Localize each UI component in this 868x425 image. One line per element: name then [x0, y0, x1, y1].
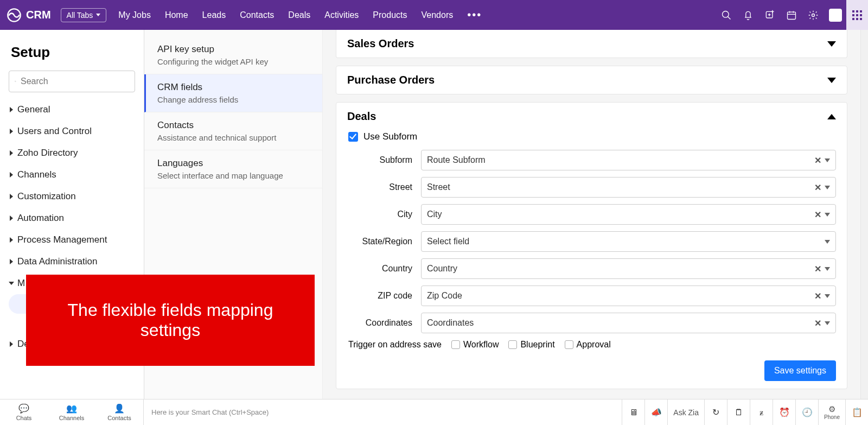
subnav-contacts[interactable]: Contacts Assistance and technical suppor…	[144, 112, 322, 150]
subnav-crm-fields[interactable]: CRM fields Change address fields	[144, 74, 322, 112]
tree-channels[interactable]: Channels	[9, 164, 135, 186]
chevron-down-icon	[96, 14, 100, 16]
tree-label: M	[17, 278, 25, 289]
scrollbar[interactable]	[860, 30, 868, 399]
tree-zoho-directory[interactable]: Zoho Directory	[9, 142, 135, 164]
caret-icon	[9, 282, 14, 285]
all-tabs-dropdown[interactable]: All Tabs	[61, 8, 107, 22]
bb-clipboard-icon[interactable]: 📋	[845, 399, 868, 425]
nav-leads[interactable]: Leads	[202, 10, 226, 20]
use-subform-label: Use Subform	[363, 131, 417, 142]
svg-rect-8	[788, 12, 796, 19]
nav-contacts[interactable]: Contacts	[240, 10, 274, 20]
nav-deals[interactable]: Deals	[288, 10, 310, 20]
bb-screen-icon[interactable]: 🖥	[622, 399, 644, 425]
trigger-label: Trigger on address save	[348, 340, 442, 350]
svg-rect-15	[860, 10, 862, 12]
field-label-state: State/Region	[347, 237, 412, 246]
trigger-opt-label: Blueprint	[520, 340, 554, 350]
bb-ask-zia[interactable]: Ask Zia	[667, 399, 704, 425]
chevron-down-icon	[825, 186, 830, 189]
panel-title: Sales Orders	[347, 37, 414, 50]
svg-rect-16	[852, 14, 854, 16]
subnav-title: Languages	[157, 158, 309, 169]
tree-process-management[interactable]: Process Management	[9, 229, 135, 251]
trigger-blueprint[interactable]: Blueprint	[508, 340, 554, 350]
subnav-desc: Assistance and technical support	[157, 133, 309, 142]
select-value: Country	[427, 264, 457, 274]
panel-purchase-orders[interactable]: Purchase Orders	[336, 66, 847, 94]
nav-my-jobs[interactable]: My Jobs	[118, 10, 151, 20]
user-avatar[interactable]	[829, 9, 842, 22]
main-nav: My Jobs Home Leads Contacts Deals Activi…	[118, 10, 453, 20]
subnav-title: CRM fields	[157, 82, 309, 93]
clear-icon[interactable]: ✕	[814, 318, 821, 328]
svg-point-22	[15, 81, 16, 82]
tree-general[interactable]: General	[9, 99, 135, 120]
setup-search-input[interactable]	[21, 77, 129, 86]
select-state[interactable]: Select field	[421, 231, 836, 252]
select-value: Street	[427, 182, 450, 192]
calendar-icon[interactable]	[786, 9, 797, 21]
chat-icon: 💬	[0, 403, 48, 414]
tree-users-control[interactable]: Users and Control	[9, 120, 135, 142]
brand-logo-icon[interactable]	[7, 8, 22, 23]
bb-refresh-icon[interactable]: ↻	[704, 399, 727, 425]
bb-tab-chats[interactable]: 💬Chats	[0, 403, 48, 421]
tree-customization[interactable]: Customization	[9, 186, 135, 207]
bb-alarm-icon[interactable]: ⏰	[773, 399, 795, 425]
nav-vendors[interactable]: Vendors	[422, 10, 454, 20]
nav-products[interactable]: Products	[373, 10, 407, 20]
use-subform-checkbox[interactable]: Use Subform	[348, 131, 836, 142]
page-title: Setup	[11, 44, 135, 61]
smart-chat-input[interactable]: Here is your Smart Chat (Ctrl+Space)	[143, 399, 622, 425]
svg-rect-19	[852, 18, 854, 20]
setup-search[interactable]	[9, 71, 135, 92]
bb-lang-icon[interactable]: ᵶ	[750, 399, 773, 425]
bb-announce-icon[interactable]: 📣	[644, 399, 667, 425]
caret-icon	[10, 341, 13, 347]
nav-activities[interactable]: Activities	[324, 10, 359, 20]
clear-icon[interactable]: ✕	[814, 210, 821, 220]
select-street[interactable]: Street✕	[421, 177, 836, 198]
apps-grid-icon[interactable]	[846, 0, 868, 30]
bb-tab-contacts[interactable]: 👤Contacts	[95, 403, 143, 421]
bell-icon[interactable]	[742, 9, 754, 21]
panel-deals-header[interactable]: Deals	[347, 110, 836, 123]
save-settings-button[interactable]: Save settings	[764, 360, 836, 381]
chevron-down-icon	[827, 41, 836, 47]
select-value: Route Subform	[427, 155, 486, 165]
bb-tab-label: Channels	[48, 415, 95, 421]
svg-point-1	[723, 11, 729, 17]
clear-icon[interactable]: ✕	[814, 291, 821, 301]
select-coordinates[interactable]: Coordinates✕	[421, 313, 836, 333]
bb-phone-label: Phone	[819, 414, 845, 420]
tree-label: Users and Control	[17, 126, 92, 137]
nav-more-icon[interactable]: •••	[467, 9, 482, 21]
bb-history-icon[interactable]: 🕘	[795, 399, 818, 425]
search-icon[interactable]	[720, 9, 732, 21]
gear-icon[interactable]	[807, 9, 819, 21]
caret-icon	[10, 237, 13, 243]
trigger-approval[interactable]: Approval	[565, 340, 611, 350]
nav-home[interactable]: Home	[165, 10, 188, 20]
trigger-workflow[interactable]: Workflow	[451, 340, 499, 350]
subnav-languages[interactable]: Languages Select interface and map langu…	[144, 150, 322, 188]
bb-note-icon[interactable]: 🗒	[727, 399, 750, 425]
tree-data-administration[interactable]: Data Administration	[9, 251, 135, 272]
subnav-api-key[interactable]: API key setup Configuring the widget API…	[144, 36, 322, 74]
top-navbar: CRM All Tabs My Jobs Home Leads Contacts…	[0, 0, 868, 30]
add-icon[interactable]	[764, 9, 776, 21]
clear-icon[interactable]: ✕	[814, 264, 821, 274]
clear-icon[interactable]: ✕	[814, 155, 821, 166]
select-city[interactable]: City✕	[421, 204, 836, 225]
select-subform[interactable]: Route Subform✕	[421, 150, 836, 170]
select-zip[interactable]: Zip Code✕	[421, 286, 836, 306]
panel-sales-orders[interactable]: Sales Orders	[336, 30, 847, 58]
select-country[interactable]: Country✕	[421, 258, 836, 279]
clear-icon[interactable]: ✕	[814, 182, 821, 193]
tree-automation[interactable]: Automation	[9, 207, 135, 229]
bb-tab-channels[interactable]: 👥Channels	[48, 403, 95, 421]
trigger-opt-label: Approval	[577, 340, 611, 350]
bb-phone[interactable]: ⚙Phone	[818, 399, 845, 425]
